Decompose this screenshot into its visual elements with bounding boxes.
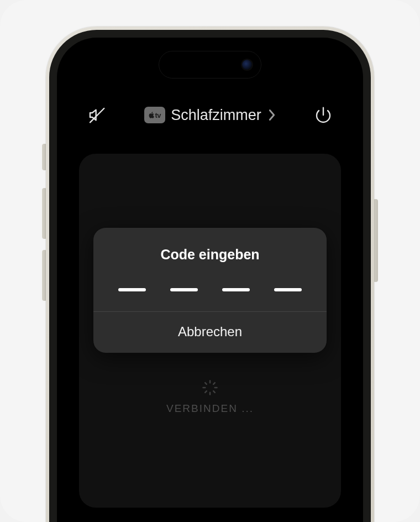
svg-rect-5 (212, 390, 216, 393)
chevron-right-icon (268, 109, 276, 121)
svg-rect-3 (212, 382, 216, 385)
connecting-status: VERBINDEN ... (57, 403, 363, 415)
device-picker[interactable]: tv Schlafzimmer (144, 107, 276, 124)
canvas: tv Schlafzimmer (0, 0, 420, 522)
svg-rect-7 (204, 390, 207, 393)
power-icon (314, 106, 332, 124)
apple-tv-badge: tv (144, 107, 165, 123)
passcode-digit (118, 288, 146, 291)
svg-rect-4 (214, 387, 218, 389)
svg-line-0 (90, 108, 104, 122)
remote-top-bar: tv Schlafzimmer (57, 104, 363, 126)
mute-button[interactable] (86, 104, 108, 126)
apple-tv-badge-label: tv (155, 111, 161, 119)
cancel-button[interactable]: Abbrechen (93, 312, 327, 353)
svg-rect-6 (209, 392, 211, 395)
apple-logo-icon (149, 112, 154, 118)
screen: tv Schlafzimmer (57, 38, 363, 522)
dialog-title: Code eingeben (104, 247, 316, 263)
mute-icon (88, 106, 106, 124)
power-button[interactable] (312, 104, 334, 126)
enter-code-dialog: Code eingeben Abbrechen (93, 228, 327, 353)
passcode-digit (222, 288, 250, 291)
passcode-digit (274, 288, 302, 291)
phone-frame: tv Schlafzimmer (46, 27, 374, 522)
device-name: Schlafzimmer (171, 107, 261, 124)
svg-rect-2 (209, 380, 211, 383)
passcode-digit (170, 288, 198, 291)
loading-spinner-icon (202, 379, 218, 396)
front-camera-icon (242, 60, 252, 70)
svg-rect-9 (204, 382, 207, 385)
phone-frame-inner: tv Schlafzimmer (49, 30, 371, 522)
dialog-body: Code eingeben (93, 228, 327, 311)
svg-rect-8 (202, 387, 206, 389)
passcode-input[interactable] (104, 288, 316, 291)
dynamic-island (159, 51, 261, 79)
